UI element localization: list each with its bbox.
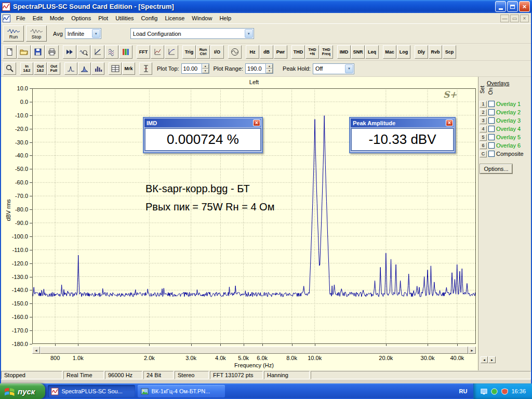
new-file-button[interactable] (3, 45, 17, 59)
imd-close-button[interactable]: × (253, 119, 260, 126)
overlay-on-checkbox-5[interactable] (488, 134, 495, 140)
menu-help[interactable]: Help (216, 14, 235, 23)
power-button[interactable]: Pwr (274, 45, 287, 59)
run-control-button[interactable]: RunCtrl (196, 45, 210, 59)
imd-readout-window[interactable]: IMD × 0.000724 % (143, 117, 263, 153)
open-file-button[interactable] (17, 45, 31, 59)
markers-button[interactable]: Mrk (122, 62, 135, 75)
leq-button[interactable]: Leq (365, 45, 379, 59)
taskbar-task-1[interactable]: SpectraPLUS-SC Sou... (48, 385, 135, 397)
menu-config[interactable]: Config (138, 14, 162, 23)
stop-button[interactable]: Stop (26, 25, 47, 42)
overlay-set-button-3[interactable]: 3 (480, 117, 487, 124)
run-button[interactable]: Run (3, 25, 24, 42)
peak-window-titlebar[interactable]: Peak Amplitude × (351, 118, 454, 127)
waterfall-button[interactable] (105, 45, 118, 59)
plot-range-up-button[interactable]: ▲ (266, 64, 273, 69)
scrollbar-thumb[interactable] (40, 347, 468, 354)
plot-top-input[interactable] (182, 64, 202, 73)
overlay-on-checkbox-2[interactable] (488, 109, 495, 115)
range-tool-button[interactable] (139, 62, 152, 75)
scroll-left-icon[interactable]: ◄ (32, 347, 40, 354)
taskbar-task-2[interactable]: ВК-1кГц-4 Ом-БТ.PN... (138, 385, 225, 397)
thd-freq-button[interactable]: THDFreq (320, 45, 333, 59)
close-button[interactable]: × (519, 1, 530, 12)
menu-edit[interactable]: Edit (29, 14, 46, 23)
peak-hold-select[interactable]: Off ▼ (313, 63, 354, 74)
peak-close-button[interactable]: × (446, 119, 453, 126)
menu-file[interactable]: File (12, 14, 29, 23)
thd-button[interactable]: THD (291, 45, 305, 59)
plot-top-up-button[interactable]: ▲ (202, 64, 209, 69)
input-12-button[interactable]: In1&2 (20, 62, 33, 75)
zoom-button[interactable] (3, 62, 16, 75)
print-button[interactable] (45, 45, 59, 59)
overlay-on-checkbox-4[interactable] (488, 126, 495, 132)
macro-button[interactable]: Mac (383, 45, 396, 59)
plot-range-down-button[interactable]: ▼ (266, 69, 273, 73)
plot-range-input[interactable] (246, 64, 265, 73)
output-12-button[interactable]: Out1&2 (34, 62, 47, 75)
delay-button[interactable]: Dly (415, 45, 428, 59)
sidebar-scroll-right-icon[interactable]: ► (488, 356, 496, 363)
overlay-set-button-4[interactable]: 4 (480, 126, 487, 132)
mdi-close-button[interactable]: × (520, 15, 529, 22)
output-full-button[interactable]: OutFull (47, 62, 60, 75)
mdi-restore-button[interactable]: ▭ (510, 15, 519, 22)
overlay-options-button[interactable]: Options... (480, 164, 512, 174)
scale-b-button[interactable] (165, 45, 178, 59)
minimize-button[interactable] (495, 1, 506, 12)
db-button[interactable]: dB (260, 45, 273, 59)
plot-horizontal-scrollbar[interactable]: ◄ ► (32, 347, 476, 354)
overlay-set-button-C[interactable]: C (480, 151, 487, 157)
menu-license[interactable]: License (161, 14, 188, 23)
start-button[interactable]: пуск (0, 383, 45, 399)
fast-forward-button[interactable] (63, 45, 76, 59)
overlay-set-button-1[interactable]: 1 (480, 101, 487, 108)
plot-top-down-button[interactable]: ▼ (202, 69, 209, 73)
signal-generator-button[interactable] (228, 45, 242, 59)
logging-button[interactable]: Log (397, 45, 410, 59)
fft-button[interactable]: FFT (137, 45, 150, 59)
avg-select[interactable]: Infinite ▼ (65, 28, 101, 39)
menu-window[interactable]: Window (188, 14, 216, 23)
bar-plot-button[interactable] (91, 62, 104, 75)
overlay-set-button-2[interactable]: 2 (480, 109, 487, 116)
imd-button[interactable]: IMD (337, 45, 351, 59)
line-plot-button[interactable] (64, 62, 77, 75)
sidebar-scroll-left-icon[interactable]: ◄ (481, 356, 488, 363)
overlay-on-checkbox-3[interactable] (488, 117, 495, 124)
menu-utilities[interactable]: Utilities (112, 14, 137, 23)
scroll-right-icon[interactable]: ► (468, 347, 476, 354)
overlay-on-checkbox-C[interactable] (488, 151, 495, 157)
tray-antivirus-icon[interactable] (501, 388, 509, 395)
reverb-button[interactable]: Rvb (429, 45, 442, 59)
filled-plot-button[interactable] (78, 62, 91, 75)
spectrogram-button[interactable] (119, 45, 132, 59)
overlay-set-button-6[interactable]: 6 (480, 142, 487, 149)
hz-button[interactable]: Hz (246, 45, 259, 59)
overlay-on-checkbox-6[interactable] (488, 142, 495, 149)
slope-button[interactable] (91, 45, 104, 59)
data-table-button[interactable] (109, 62, 122, 75)
thd-n-button[interactable]: THD+N (305, 45, 319, 59)
save-button[interactable] (31, 45, 45, 59)
overlay-set-button-5[interactable]: 5 (480, 134, 487, 141)
overlay-on-checkbox-1[interactable] (488, 101, 495, 107)
io-button[interactable]: I/O (210, 45, 224, 59)
menu-options[interactable]: Options (68, 14, 95, 23)
scope-button[interactable]: Scp (443, 45, 456, 59)
tray-messenger-icon[interactable] (490, 388, 498, 395)
trigger-button[interactable]: Trig (182, 45, 196, 59)
scale-a-button[interactable] (151, 45, 164, 59)
mdi-minimize-button[interactable]: — (500, 15, 509, 22)
tray-network-icon[interactable] (480, 388, 488, 395)
load-config-select[interactable]: Load Configuration ▼ (130, 28, 254, 39)
menu-mode[interactable]: Mode (46, 14, 68, 23)
menu-plot[interactable]: Plot (95, 14, 112, 23)
restore-button[interactable] (507, 1, 518, 12)
zoom-wave-button[interactable] (77, 45, 90, 59)
language-indicator[interactable]: RU (453, 388, 474, 394)
imd-window-titlebar[interactable]: IMD × (144, 118, 261, 127)
peak-amplitude-window[interactable]: Peak Amplitude × -10.33 dBV (349, 117, 456, 153)
